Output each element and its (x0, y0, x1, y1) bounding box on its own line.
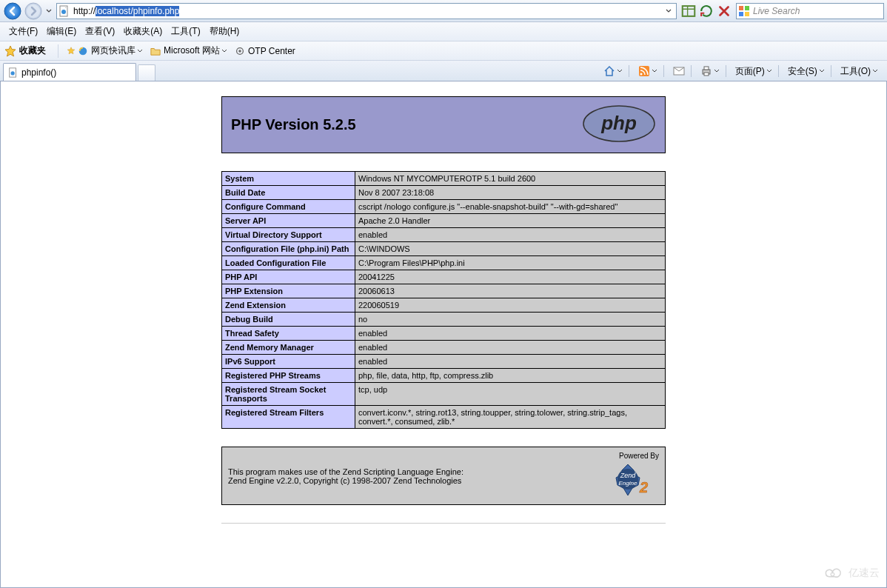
svg-point-15 (11, 71, 15, 75)
favorites-bar: 收藏夹 网页快讯库 Microsoft 网站 OTP Center (0, 41, 887, 61)
safety-button[interactable]: 安全(S) (785, 64, 828, 79)
menu-bar: 文件(F) 编辑(E) 查看(V) 收藏夹(A) 工具(T) 帮助(H) (0, 22, 887, 41)
svg-point-5 (61, 10, 66, 14)
svg-rect-9 (739, 12, 743, 16)
menu-help[interactable]: 帮助(H) (205, 24, 244, 39)
row-key: System (222, 172, 355, 186)
table-row: Thread Safetyenabled (222, 327, 666, 341)
row-value: no (355, 313, 666, 327)
table-row: IPv6 Supportenabled (222, 355, 666, 369)
chevron-down-icon (221, 46, 227, 56)
zend-box: This program makes use of the Zend Scrip… (221, 447, 666, 505)
row-key: Thread Safety (222, 327, 355, 341)
svg-rect-10 (745, 12, 749, 16)
row-key: Zend Memory Manager (222, 341, 355, 355)
table-row: PHP Extension20060613 (222, 284, 666, 298)
tab-label: phpinfo() (21, 67, 56, 78)
svg-point-17 (640, 73, 642, 76)
favorites-label[interactable]: 收藏夹 (19, 44, 46, 57)
zend-logo: Powered By ZendEngine2 (597, 452, 659, 500)
svg-rect-7 (739, 6, 743, 10)
tab-bar: phpinfo() 页面(P) 安全(S) 工具(O) (0, 61, 887, 81)
table-row: Server APIApache 2.0 Handler (222, 214, 666, 228)
row-value: C:\WINDOWS (355, 242, 666, 256)
watermark: 亿速云 (823, 566, 880, 581)
row-key: Zend Extension (222, 298, 355, 313)
php-version-title: PHP Version 5.2.5 (231, 116, 356, 133)
menu-file[interactable]: 文件(F) (4, 24, 42, 39)
table-row: SystemWindows NT MYCOMPUTEROTP 5.1 build… (222, 172, 666, 186)
table-row: PHP API20041225 (222, 270, 666, 284)
star-icon (66, 46, 76, 56)
php-header: PHP Version 5.2.5 php (221, 96, 666, 153)
tools-button[interactable]: 工具(O) (837, 64, 881, 79)
row-value: Nov 8 2007 23:18:08 (355, 186, 666, 200)
mail-button[interactable] (670, 64, 688, 78)
row-value: php, file, data, http, ftp, compress.zli… (355, 369, 666, 383)
ie-page-icon (58, 5, 70, 17)
menu-favorites[interactable]: 收藏夹(A) (119, 24, 167, 39)
svg-rect-21 (704, 73, 709, 76)
menu-view[interactable]: 查看(V) (81, 24, 119, 39)
new-tab-button[interactable] (138, 64, 155, 81)
home-button[interactable] (600, 64, 626, 78)
fav-item-suggested[interactable]: 网页快讯库 (63, 43, 146, 59)
table-row: Configuration File (php.ini) PathC:\WIND… (222, 242, 666, 256)
back-button[interactable] (3, 1, 22, 21)
row-value: C:\Program Files\PHP\php.ini (355, 256, 666, 270)
svg-point-1 (6, 4, 19, 18)
row-value: cscript /nologo configure.js "--enable-s… (355, 200, 666, 214)
row-key: Registered PHP Streams (222, 369, 355, 383)
row-key: PHP API (222, 270, 355, 284)
table-row: Build DateNov 8 2007 23:18:08 (222, 186, 666, 200)
svg-text:Engine: Engine (619, 480, 637, 487)
row-value: 20060613 (355, 284, 666, 298)
page-content: PHP Version 5.2.5 php SystemWindows NT M… (0, 81, 887, 588)
compat-view-button[interactable] (680, 3, 697, 19)
feeds-button[interactable] (635, 64, 660, 78)
favorites-star-icon[interactable] (4, 45, 16, 57)
row-key: Server API (222, 214, 355, 228)
menu-tools[interactable]: 工具(T) (167, 24, 204, 39)
forward-button[interactable] (24, 1, 43, 21)
table-row: Virtual Directory Supportenabled (222, 228, 666, 242)
nav-history-dropdown[interactable] (44, 3, 53, 19)
row-value: 20041225 (355, 270, 666, 284)
tab-phpinfo[interactable]: phpinfo() (3, 63, 136, 81)
ie-page-icon (8, 67, 19, 78)
svg-rect-6 (683, 6, 695, 16)
url-dropdown[interactable] (663, 7, 675, 15)
menu-edit[interactable]: 编辑(E) (42, 24, 81, 39)
row-key: Registered Stream Filters (222, 406, 355, 429)
row-key: Configure Command (222, 200, 355, 214)
url-text: http://localhost/phpinfo.php (72, 6, 663, 16)
fav-item-otp[interactable]: OTP Center (232, 44, 298, 58)
row-key: Configuration File (php.ini) Path (222, 242, 355, 256)
row-key: Virtual Directory Support (222, 228, 355, 242)
ie-icon (78, 46, 88, 56)
svg-text:Zend: Zend (620, 472, 637, 479)
table-row: Debug Buildno (222, 313, 666, 327)
zend-text: This program makes use of the Zend Scrip… (228, 467, 463, 485)
search-placeholder: Live Search (753, 6, 800, 16)
address-bar[interactable]: http://localhost/phpinfo.php (56, 3, 677, 19)
table-row: Configure Commandcscript /nologo configu… (222, 200, 666, 214)
stop-button[interactable] (716, 3, 732, 19)
svg-text:2: 2 (639, 479, 648, 495)
row-key: PHP Extension (222, 284, 355, 298)
row-value: Apache 2.0 Handler (355, 214, 666, 228)
refresh-button[interactable] (698, 3, 714, 19)
table-row: Registered Stream Filtersconvert.iconv.*… (222, 406, 666, 429)
table-row: Loaded Configuration FileC:\Program File… (222, 256, 666, 270)
navigation-bar: http://localhost/phpinfo.php Live Search (0, 0, 887, 22)
svg-point-3 (27, 4, 40, 18)
svg-point-13 (238, 50, 241, 53)
row-key: Debug Build (222, 313, 355, 327)
php-logo: php (582, 104, 656, 145)
search-box[interactable]: Live Search (736, 3, 884, 19)
print-button[interactable] (697, 64, 723, 78)
fav-item-microsoft[interactable]: Microsoft 网站 (147, 43, 230, 59)
page-button[interactable]: 页面(P) (732, 64, 775, 79)
row-value: 220060519 (355, 298, 666, 313)
row-key: Registered Stream Socket Transports (222, 383, 355, 406)
